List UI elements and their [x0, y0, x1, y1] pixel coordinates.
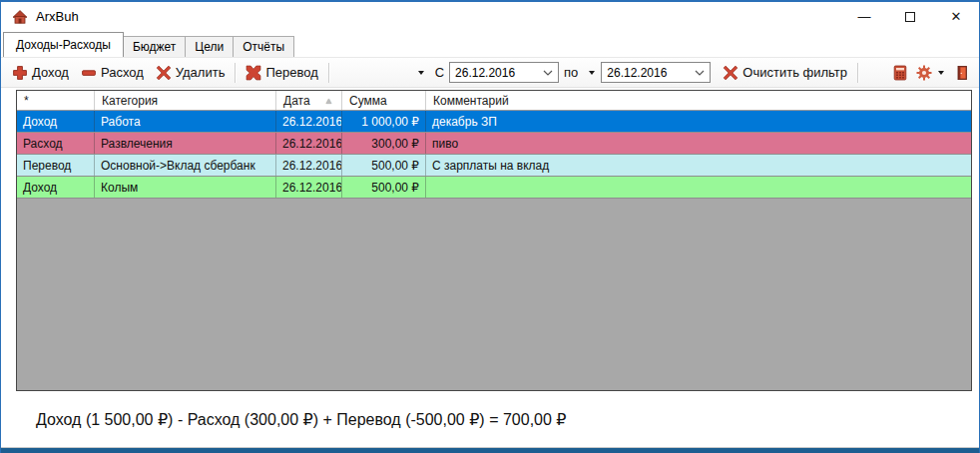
tab-goals[interactable]: Цели	[185, 36, 234, 57]
to-date-value: 26.12.2016	[607, 66, 667, 80]
window-controls: — ✕	[841, 2, 979, 31]
column-header-category[interactable]: Категория	[95, 91, 276, 110]
calculator-button[interactable]	[888, 63, 912, 83]
cell-type: Доход	[17, 177, 95, 198]
window-title: ArxBuh	[36, 9, 79, 24]
delete-button-label: Удалить	[176, 65, 226, 80]
table-row[interactable]: Перевод Основной->Вклад сбербанк 26.12.2…	[17, 155, 971, 177]
titlebar: ArxBuh — ✕	[1, 2, 979, 31]
plus-icon	[12, 65, 28, 81]
table-row[interactable]: Доход Работа 26.12.2016 1 000,00 ₽ декаб…	[17, 111, 971, 133]
column-header-type[interactable]: *	[17, 91, 95, 110]
table-header: * Категория Дата ▲ Сумма Комментарий	[17, 91, 971, 111]
delete-x-icon	[156, 65, 172, 81]
transfer-button[interactable]: Перевод	[240, 61, 323, 85]
door-icon	[954, 65, 970, 81]
toolbar-separator	[235, 63, 236, 83]
transfer-arrows-icon	[245, 65, 261, 81]
from-date-dropdown-caret[interactable]	[418, 71, 424, 75]
cell-amount: 500,00 ₽	[342, 177, 426, 198]
chevron-down-icon	[543, 70, 553, 76]
cell-category: Развлечения	[95, 133, 276, 154]
to-date-label: по	[564, 65, 578, 80]
maximize-icon	[905, 12, 915, 22]
close-icon: ✕	[951, 9, 962, 24]
maximize-button[interactable]	[887, 2, 933, 31]
from-date-value: 26.12.2016	[455, 66, 515, 80]
cell-date: 26.12.2016	[276, 133, 342, 154]
cell-type: Доход	[17, 111, 95, 132]
clear-filter-label: Очистить фильтр	[742, 65, 847, 80]
settings-button[interactable]	[912, 63, 950, 83]
cell-date: 26.12.2016	[276, 155, 342, 176]
summary-text: Доход (1 500,00 ₽) - Расход (300,00 ₽) +…	[36, 410, 567, 429]
settings-dropdown-caret[interactable]	[938, 71, 944, 75]
transfer-button-label: Перевод	[265, 65, 317, 80]
cell-type: Расход	[17, 133, 95, 154]
column-header-comment[interactable]: Комментарий	[426, 91, 971, 110]
tab-incomes-expenses[interactable]: Доходы-Расходы	[3, 32, 124, 57]
to-date-dropdown-caret[interactable]	[589, 71, 595, 75]
cell-comment: С зарплаты на вклад	[426, 155, 971, 176]
clear-filter-button[interactable]: Очистить фильтр	[717, 61, 853, 85]
minus-icon	[81, 65, 97, 81]
expense-button-label: Расход	[101, 65, 144, 80]
cell-amount: 500,00 ₽	[342, 155, 426, 176]
chevron-down-icon	[695, 70, 705, 76]
cell-amount: 1 000,00 ₽	[342, 111, 426, 132]
column-header-date[interactable]: Дата ▲	[276, 91, 342, 110]
expense-button[interactable]: Расход	[75, 61, 150, 85]
transactions-table: * Категория Дата ▲ Сумма Комментарий Дох…	[16, 90, 972, 391]
close-button[interactable]: ✕	[933, 2, 979, 31]
income-button-label: Доход	[32, 65, 69, 80]
to-date-combobox[interactable]: 26.12.2016	[601, 62, 711, 83]
calculator-icon	[892, 65, 908, 81]
cell-category: Колым	[95, 177, 276, 198]
minimize-button[interactable]: —	[841, 2, 887, 31]
tabstrip: Доходы-Расходы Бюджет Цели Отчёты	[1, 31, 979, 57]
table-row[interactable]: Доход Колым 26.12.2016 500,00 ₽	[17, 177, 971, 199]
cell-date: 26.12.2016	[276, 177, 342, 198]
cell-comment: декабрь ЗП	[426, 111, 971, 132]
from-date-label: С	[435, 65, 444, 80]
tab-reports[interactable]: Отчёты	[233, 36, 294, 57]
cell-type: Перевод	[17, 155, 95, 176]
cell-category: Основной->Вклад сбербанк	[95, 155, 276, 176]
cell-amount: 300,00 ₽	[342, 133, 426, 154]
minimize-icon: —	[858, 9, 871, 24]
cell-category: Работа	[95, 111, 276, 132]
tab-budget[interactable]: Бюджет	[123, 36, 186, 57]
window-bottom-border	[1, 447, 979, 453]
column-header-amount[interactable]: Сумма	[342, 91, 426, 110]
from-date-combobox[interactable]: 26.12.2016	[449, 62, 559, 83]
cell-comment: пиво	[426, 133, 971, 154]
delete-button[interactable]: Удалить	[150, 61, 232, 85]
app-window: ArxBuh — ✕ Доходы-Расходы Бюджет Цели От…	[0, 0, 980, 453]
toolbar-separator	[857, 63, 858, 83]
sort-ascending-icon: ▲	[324, 96, 333, 106]
income-button[interactable]: Доход	[6, 61, 75, 85]
toolbar: Доход Расход Удалить	[1, 57, 979, 88]
cell-date: 26.12.2016	[276, 111, 342, 132]
table-row[interactable]: Расход Развлечения 26.12.2016 300,00 ₽ п…	[17, 133, 971, 155]
gear-icon	[916, 65, 932, 81]
exit-button[interactable]	[950, 63, 974, 83]
cell-comment	[426, 177, 971, 198]
clear-filter-x-icon	[723, 65, 738, 81]
house-icon	[12, 9, 28, 25]
toolbar-separator	[328, 63, 329, 83]
summary-bar: Доход (1 500,00 ₽) - Расход (300,00 ₽) +…	[1, 391, 979, 447]
